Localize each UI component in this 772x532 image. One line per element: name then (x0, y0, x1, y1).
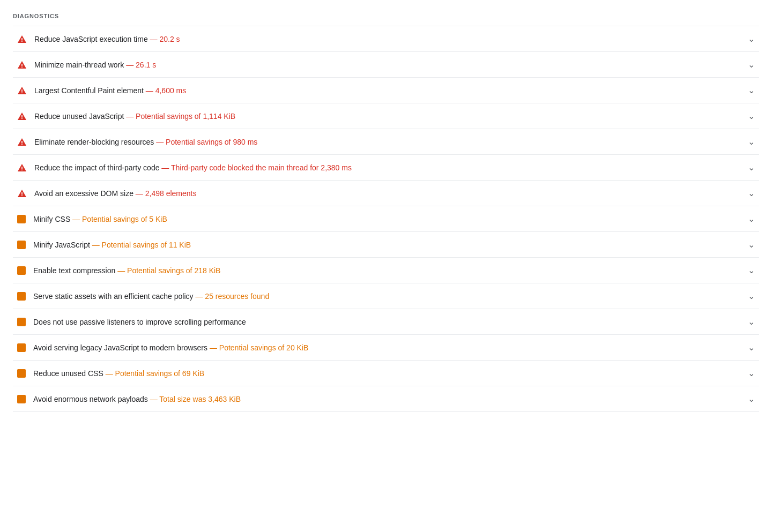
audit-detail: — 20.2 s (148, 35, 180, 43)
expand-chevron-icon[interactable]: ⌄ (748, 368, 755, 378)
audit-detail: — Potential savings of 11 KiB (90, 241, 191, 249)
audit-item[interactable]: Serve static assets with an efficient ca… (13, 283, 759, 309)
expand-chevron-icon[interactable]: ⌄ (748, 317, 755, 327)
audit-item[interactable]: Enable text compression — Potential savi… (13, 258, 759, 283)
expand-chevron-icon[interactable]: ⌄ (748, 111, 755, 121)
warning-square-icon (17, 241, 26, 249)
warning-triangle-icon (17, 86, 27, 95)
audit-item[interactable]: Reduce unused JavaScript — Potential sav… (13, 103, 759, 129)
audit-item[interactable]: Minimize main-thread work — 26.1 s⌄ (13, 52, 759, 78)
audit-left-reduce-js-execution-time: Reduce JavaScript execution time — 20.2 … (17, 34, 739, 44)
audit-label: Serve static assets with an efficient ca… (33, 292, 269, 301)
audit-detail: — Potential savings of 1,114 KiB (124, 112, 235, 121)
audit-left-lcp-element: Largest Contentful Paint element — 4,600… (17, 86, 739, 95)
audit-item[interactable]: Does not use passive listeners to improv… (13, 309, 759, 335)
audit-label: Eliminate render-blocking resources — Po… (34, 138, 257, 146)
svg-rect-5 (21, 66, 23, 68)
audit-left-minify-js: Minify JavaScript — Potential savings of… (17, 241, 739, 249)
svg-rect-17 (21, 169, 23, 170)
audit-left-minify-css: Minify CSS — Potential savings of 5 KiB (17, 215, 739, 223)
svg-rect-1 (21, 38, 23, 41)
audit-label: Enable text compression — Potential savi… (33, 266, 220, 275)
warning-triangle-icon (17, 137, 27, 147)
warning-square-icon (17, 292, 26, 301)
audit-item[interactable]: Reduce the impact of third-party code — … (13, 155, 759, 181)
audit-label: Reduce the impact of third-party code — … (34, 163, 352, 172)
audit-label: Minify CSS — Potential savings of 5 KiB (33, 215, 167, 223)
svg-rect-7 (21, 89, 23, 92)
warning-square-icon (17, 343, 26, 352)
audit-item[interactable]: Minify JavaScript — Potential savings of… (13, 232, 759, 258)
audit-label: Reduce unused CSS — Potential savings of… (33, 369, 204, 378)
audit-label: Reduce JavaScript execution time — 20.2 … (34, 35, 180, 43)
svg-rect-11 (21, 118, 23, 119)
audit-left-avoid-dom-size: Avoid an excessive DOM size — 2,498 elem… (17, 189, 739, 198)
audit-left-minimize-main-thread: Minimize main-thread work — 26.1 s (17, 60, 739, 70)
audit-label: Avoid an excessive DOM size — 2,498 elem… (34, 189, 196, 198)
expand-chevron-icon[interactable]: ⌄ (748, 85, 755, 95)
audit-detail: — 25 resources found (194, 292, 270, 301)
expand-chevron-icon[interactable]: ⌄ (748, 394, 755, 404)
warning-square-icon (17, 369, 26, 378)
warning-triangle-icon (17, 111, 27, 121)
audit-item[interactable]: Avoid serving legacy JavaScript to moder… (13, 335, 759, 361)
audit-left-text-compression: Enable text compression — Potential savi… (17, 266, 739, 275)
audit-left-reduce-unused-css: Reduce unused CSS — Potential savings of… (17, 369, 739, 378)
expand-chevron-icon[interactable]: ⌄ (748, 137, 755, 147)
warning-triangle-icon (17, 163, 27, 173)
audit-item[interactable]: Reduce JavaScript execution time — 20.2 … (13, 26, 759, 52)
audit-left-passive-listeners: Does not use passive listeners to improv… (17, 318, 739, 326)
diagnostics-section: DIAGNOSTICS Reduce JavaScript execution … (0, 0, 772, 412)
warning-triangle-icon (17, 189, 27, 198)
audit-label: Minimize main-thread work — 26.1 s (34, 61, 156, 69)
audit-item[interactable]: Minify CSS — Potential savings of 5 KiB⌄ (13, 206, 759, 232)
audit-detail: — 4,600 ms (144, 86, 186, 95)
audit-left-cache-policy: Serve static assets with an efficient ca… (17, 292, 739, 301)
audit-detail: — Potential savings of 980 ms (154, 138, 257, 146)
audit-item[interactable]: Avoid an excessive DOM size — 2,498 elem… (13, 181, 759, 206)
audit-detail: — Total size was 3,463 KiB (148, 395, 241, 403)
audit-label: Does not use passive listeners to improv… (33, 318, 246, 326)
audit-detail: — Potential savings of 218 KiB (115, 266, 220, 275)
expand-chevron-icon[interactable]: ⌄ (748, 34, 755, 44)
audit-item[interactable]: Largest Contentful Paint element — 4,600… (13, 78, 759, 103)
audit-left-network-payloads: Avoid enormous network payloads — Total … (17, 395, 739, 403)
expand-chevron-icon[interactable]: ⌄ (748, 265, 755, 275)
section-title: DIAGNOSTICS (13, 9, 759, 26)
audit-item[interactable]: Avoid enormous network payloads — Total … (13, 386, 759, 412)
svg-rect-13 (21, 141, 23, 144)
audit-left-third-party-code: Reduce the impact of third-party code — … (17, 163, 739, 173)
audit-detail: — 2,498 elements (133, 189, 197, 198)
expand-chevron-icon[interactable]: ⌄ (748, 342, 755, 353)
svg-rect-2 (21, 41, 23, 42)
warning-triangle-icon (17, 60, 27, 70)
audit-detail: — Potential savings of 5 KiB (70, 215, 167, 223)
warning-square-icon (17, 395, 26, 403)
warning-square-icon (17, 266, 26, 275)
svg-rect-4 (21, 64, 23, 66)
audit-left-legacy-js: Avoid serving legacy JavaScript to moder… (17, 343, 739, 352)
audit-label: Minify JavaScript — Potential savings of… (33, 241, 191, 249)
expand-chevron-icon[interactable]: ⌄ (748, 188, 755, 198)
svg-rect-10 (21, 115, 23, 118)
svg-rect-16 (21, 167, 23, 169)
audit-list: Reduce JavaScript execution time — 20.2 … (13, 26, 759, 412)
audit-detail: — Potential savings of 69 KiB (103, 369, 204, 378)
audit-left-reduce-unused-js: Reduce unused JavaScript — Potential sav… (17, 111, 739, 121)
audit-detail: — Third-party code blocked the main thre… (159, 163, 351, 172)
svg-rect-8 (21, 92, 23, 93)
expand-chevron-icon[interactable]: ⌄ (748, 239, 755, 250)
audit-detail: — 26.1 s (124, 61, 156, 69)
warning-triangle-icon (17, 34, 27, 44)
svg-rect-14 (21, 144, 23, 145)
audit-label: Avoid enormous network payloads — Total … (33, 395, 241, 403)
audit-item[interactable]: Reduce unused CSS — Potential savings of… (13, 361, 759, 386)
expand-chevron-icon[interactable]: ⌄ (748, 162, 755, 173)
expand-chevron-icon[interactable]: ⌄ (748, 291, 755, 301)
audit-label: Avoid serving legacy JavaScript to moder… (33, 343, 308, 352)
warning-square-icon (17, 318, 26, 326)
expand-chevron-icon[interactable]: ⌄ (748, 59, 755, 70)
audit-label: Reduce unused JavaScript — Potential sav… (34, 112, 235, 121)
expand-chevron-icon[interactable]: ⌄ (748, 214, 755, 224)
audit-item[interactable]: Eliminate render-blocking resources — Po… (13, 129, 759, 155)
